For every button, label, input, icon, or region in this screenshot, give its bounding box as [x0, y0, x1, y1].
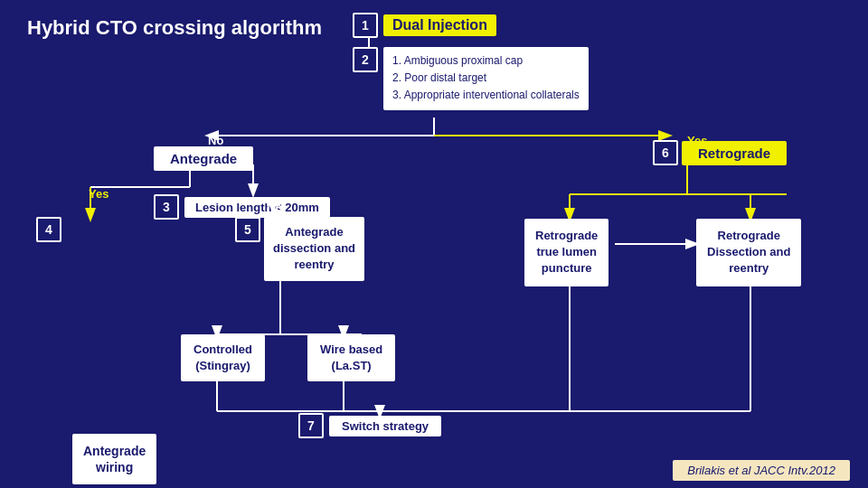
retro-dissection-box: Retrograde Dissection and reentry	[696, 219, 801, 286]
lesion-row: 3 Lesion length < 20mm	[154, 194, 330, 220]
slide: Hybrid CTO crossing algorithm	[0, 0, 868, 488]
box2-row: 2 1. Ambiguous proximal cap 2. Poor dist…	[353, 47, 589, 110]
wb-line1: Wire based	[320, 342, 382, 358]
no-label-box5: No	[267, 201, 282, 214]
controlled-stingray-box: Controlled (Stingray)	[181, 334, 265, 381]
switch-strategy-label: Switch strategy	[329, 416, 441, 436]
top-section: 1 Dual Injection 2 1. Ambiguous proximal…	[353, 13, 589, 110]
page-title: Hybrid CTO crossing algorithm	[27, 16, 322, 40]
rd-line3: reentry	[707, 260, 790, 277]
antegrade-box: Antegrade	[154, 146, 253, 171]
wb-line2: (La.ST)	[320, 358, 382, 374]
indication-1: 1. Ambiguous proximal cap	[392, 52, 580, 70]
switch-strategy-row: 7 Switch strategy	[298, 413, 441, 438]
antegrade-wiring-line1: Antegrade	[83, 443, 146, 459]
rtl-line2: true lumen	[535, 244, 598, 260]
retrograde-box: Retrograde	[682, 141, 787, 165]
cs-line1: Controlled	[193, 342, 252, 358]
cs-line2: (Stingray)	[193, 358, 252, 374]
wire-based-box: Wire based (La.ST)	[307, 334, 395, 381]
antegrade-wiring-container: 4 Antegrade wiring	[36, 217, 61, 242]
box5-container: 5 Antegrade dissection and reentry	[235, 217, 364, 281]
badge-4: 4	[36, 217, 61, 242]
dual-injection-row: 1 Dual Injection	[353, 13, 589, 38]
rd-line2: Dissection and	[707, 244, 790, 260]
badge-1: 1	[353, 13, 378, 38]
indication-2: 2. Poor distal target	[392, 70, 580, 87]
badge-7: 7	[298, 413, 324, 438]
antegrade-dissection-box: Antegrade dissection and reentry	[264, 217, 364, 281]
retro-true-lumen-box: Retrograde true lumen puncture	[524, 219, 609, 286]
antdiss-line1: Antegrade	[273, 224, 355, 240]
badge-5: 5	[235, 217, 260, 242]
antegrade-wiring-box: Antegrade wiring	[72, 434, 156, 484]
badge-3: 3	[154, 194, 179, 220]
dual-injection-label: Dual Injection	[383, 14, 496, 36]
badge-2: 2	[353, 47, 378, 72]
antdiss-line3: reentry	[273, 257, 355, 273]
yes-label-wiring: Yes	[89, 187, 108, 201]
indications-box: 1. Ambiguous proximal cap 2. Poor distal…	[383, 47, 589, 110]
antegrade-wiring-line2: wiring	[83, 459, 146, 475]
no-label-antegrade: No	[208, 134, 223, 147]
antdiss-line2: dissection and	[273, 240, 355, 257]
indication-3: 3. Appropriate interventional collateral…	[392, 87, 580, 104]
rd-line1: Retrograde	[707, 228, 790, 244]
rtl-line1: Retrograde	[535, 228, 598, 244]
citation: Brilakis et al JACC Intv.2012	[673, 460, 850, 481]
badge-6: 6	[653, 140, 678, 165]
retrograde-section: 6 Retrograde	[653, 140, 787, 165]
rtl-line3: puncture	[535, 260, 598, 277]
lesion-label: Lesion length < 20mm	[184, 197, 330, 218]
